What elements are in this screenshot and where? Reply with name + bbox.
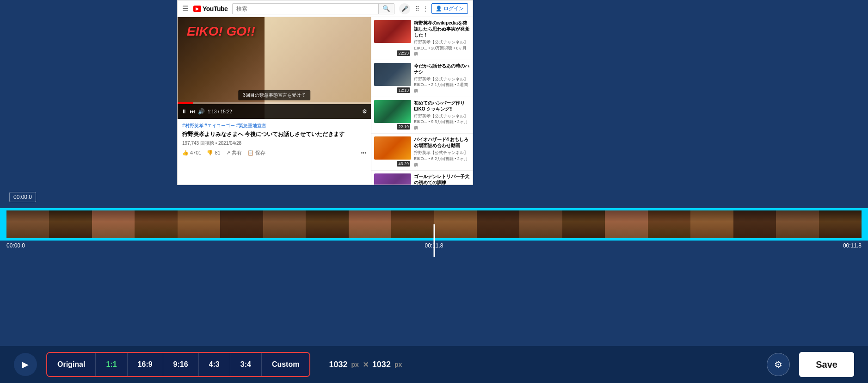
hamburger-icon[interactable]: ☰ — [182, 4, 189, 13]
like-icon: 👍 — [182, 150, 189, 156]
timeline-playhead[interactable] — [433, 224, 435, 257]
thumbnail — [374, 20, 411, 43]
youtube-logo-text: YouTube — [203, 5, 228, 12]
dislike-count: 81 — [215, 150, 220, 155]
next-button[interactable]: ⏭ — [190, 108, 195, 115]
youtube-logo: ▶ YouTube — [193, 5, 228, 12]
aspect-ratio-custom[interactable]: Custom — [262, 353, 310, 376]
mic-button[interactable]: 🎤 — [399, 3, 410, 14]
sidebar-title: 今だから話せるあの時のハナシ — [414, 63, 470, 75]
video-title: 狩野英孝よりみなさまへ 今後についてお話しさせていただきます — [182, 131, 366, 138]
more-icon[interactable]: ⋮ — [422, 5, 429, 12]
aspect-ratio-4-3[interactable]: 4:3 — [199, 353, 230, 376]
video-player[interactable]: EIKO! GO!! 3回目の緊急事態宣言を受けて ⏸ ⏭ 🔊 1:13 / 1… — [178, 17, 371, 119]
search-bar[interactable]: 🔍 — [232, 3, 394, 14]
timestamp-start: 00:00.0 — [6, 242, 25, 249]
sidebar-title: バイオハザード4 おもしろ名場面詰め合わせ動画 — [414, 136, 470, 148]
apps-icon[interactable]: ⠿ — [415, 5, 419, 12]
film-frame — [49, 210, 92, 238]
video-controls: ⏸ ⏭ 🔊 1:13 / 15:22 ⚙ — [178, 104, 371, 119]
timeline-right-handle[interactable] — [862, 208, 868, 241]
film-frame — [690, 210, 733, 238]
film-frame — [776, 210, 819, 238]
px-unit-2: px — [394, 361, 402, 368]
sidebar-info: バイオハザード4 おもしろ名場面詰め合わせ動画 狩野英孝【公式チャンネル】EIK… — [414, 136, 470, 167]
dislike-icon: 👎 — [207, 150, 213, 156]
settings-icon[interactable]: ⚙ — [362, 108, 367, 115]
youtube-sidebar: 22:23 狩野英孝のwikipediaを確認したら思わぬ事実が発覚した！ 狩野… — [371, 17, 473, 185]
sidebar-meta: 狩野英孝【公式チャンネル】EIKO... • 9.3万回視聴 • 2ヶ月前 — [414, 113, 470, 131]
video-tags: #村野英孝 #エイコーゴー #緊急重地宣言 — [182, 123, 366, 129]
video-duration: 43:29 — [397, 161, 410, 167]
film-frame — [178, 210, 220, 238]
film-frame — [349, 210, 391, 238]
timestamp-end: 00:11.8 — [843, 242, 862, 249]
film-frame — [263, 210, 306, 238]
thumbnail-container: 43:29 — [374, 136, 411, 167]
share-button[interactable]: ↗ 共有 — [226, 149, 242, 156]
header-right: ⠿ ⋮ 👤 ログイン — [415, 3, 468, 14]
save-button[interactable]: Save — [799, 352, 854, 377]
aspect-ratio-original[interactable]: Original — [47, 353, 96, 376]
like-count: 4701 — [190, 150, 201, 155]
sidebar-item[interactable]: 12:13 今だから話せるあの時のハナシ 狩野英孝【公式チャンネル】EIKO..… — [371, 60, 473, 97]
thumbnail-container: 10:59 — [374, 173, 411, 185]
pause-button[interactable]: ⏸ — [181, 108, 187, 115]
signin-button[interactable]: 👤 ログイン — [431, 3, 468, 14]
film-frame — [819, 210, 862, 238]
dislike-button[interactable]: 👎 81 — [207, 150, 220, 156]
time-indicator: 00:00.0 — [9, 192, 36, 202]
aspect-ratio-9-16[interactable]: 9:16 — [163, 353, 199, 376]
sidebar-info: 今だから話せるあの時のハナシ 狩野英孝【公式チャンネル】EIKO... • 2.… — [414, 63, 470, 94]
gear-icon: ⚙ — [774, 359, 782, 370]
search-button[interactable]: 🔍 — [378, 4, 394, 14]
film-frame — [391, 210, 434, 238]
search-input[interactable] — [233, 6, 378, 12]
more-actions-button[interactable]: ••• — [361, 150, 366, 155]
share-label: 共有 — [232, 149, 242, 156]
film-frame — [434, 210, 477, 238]
sidebar-meta: 狩野英孝【公式チャンネル】EIKO... • 6.2万回視聴 • 2ヶ月前 — [414, 150, 470, 167]
px-height: 1032 — [372, 360, 391, 370]
thumbnail — [374, 173, 411, 185]
sidebar-title: ゴールデンレトリバー子犬の初めての訓練 — [414, 173, 470, 185]
px-width: 1032 — [329, 360, 347, 370]
save-video-button[interactable]: 📋 保存 — [247, 149, 265, 156]
thumbnail-container: 12:13 — [374, 63, 411, 94]
film-frame — [477, 210, 519, 238]
sidebar-meta: 狩野英孝【公式チャンネル】EIKO... • 2.1万回視聴 • 2週間前 — [414, 76, 470, 94]
like-button[interactable]: 👍 4701 — [182, 150, 201, 156]
film-frame — [519, 210, 562, 238]
aspect-ratio-1-1[interactable]: 1:1 — [96, 353, 127, 376]
film-frame — [733, 210, 776, 238]
aspect-ratio-16-9[interactable]: 16:9 — [128, 353, 163, 376]
timeline-container — [0, 208, 868, 241]
film-frame — [6, 210, 49, 238]
film-frame — [605, 210, 647, 238]
sidebar-item[interactable]: 22:23 狩野英孝のwikipediaを確認したら思わぬ事実が発覚した！ 狩野… — [371, 17, 473, 60]
px-unit-1: px — [351, 361, 359, 368]
thumbnail-container: 22:19 — [374, 100, 411, 131]
video-meta: 197,743 回視聴 • 2021/04/28 — [182, 140, 366, 147]
play-icon: ▶ — [22, 359, 29, 370]
youtube-logo-icon: ▶ — [193, 6, 201, 12]
sidebar-item[interactable]: 10:59 ゴールデンレトリバー子犬の初めての訓練 犬のチャンネル • 22万回… — [371, 171, 473, 185]
play-button[interactable]: ▶ — [14, 353, 37, 376]
youtube-content: EIKO! GO!! 3回目の緊急事態宣言を受けて ⏸ ⏭ 🔊 1:13 / 1… — [178, 17, 371, 185]
video-info: #村野英孝 #エイコーゴー #緊急重地宣言 狩野英孝よりみなさまへ 今後について… — [178, 119, 371, 160]
bottom-toolbar: ▶ Original 1:1 16:9 9:16 4:3 3:4 Custom … — [0, 346, 868, 383]
settings-button[interactable]: ⚙ — [767, 353, 790, 376]
save-label: 保存 — [255, 149, 265, 156]
video-duration: 12:13 — [397, 87, 410, 93]
aspect-ratio-3-4[interactable]: 3:4 — [230, 353, 262, 376]
sidebar-item[interactable]: 22:19 初めてのハンバーグ作り EIKO クッキング!! 狩野英孝【公式チャ… — [371, 97, 473, 134]
signin-label: ログイン — [443, 5, 464, 12]
film-frame — [135, 210, 177, 238]
sidebar-item[interactable]: 43:29 バイオハザード4 おもしろ名場面詰め合わせ動画 狩野英孝【公式チャン… — [371, 134, 473, 171]
volume-button[interactable]: 🔊 — [198, 108, 205, 115]
sidebar-info: 初めてのハンバーグ作り EIKO クッキング!! 狩野英孝【公式チャンネル】EI… — [414, 100, 470, 131]
px-cross-icon: ✕ — [363, 360, 369, 369]
timeline-left-handle[interactable] — [0, 208, 6, 241]
aspect-ratio-group: Original 1:1 16:9 9:16 4:3 3:4 Custom — [46, 352, 310, 377]
youtube-header: ☰ ▶ YouTube 🔍 🎤 ⠿ ⋮ 👤 ログイン — [178, 0, 473, 17]
